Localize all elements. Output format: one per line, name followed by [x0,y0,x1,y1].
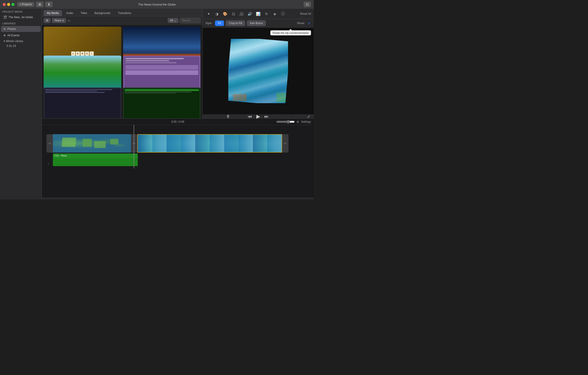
time-separator: / [177,120,178,123]
rotate-tooltip: Rotate the clip counterclockwise [270,30,311,35]
style-check-icon: ✓ [307,21,311,26]
libraries-section-title: LIBRARIES [0,21,42,26]
download-icon-button[interactable]: ⬇ [45,2,52,7]
audio-graph-button[interactable]: 📊 [255,11,261,17]
nav-tabs: My Media Audio Titles Backgrounds Transi… [42,9,202,16]
minimize-button[interactable] [7,3,10,6]
timeline-settings-button[interactable]: Settings [301,120,311,123]
style-label: Style: [205,21,212,25]
preview-video: Rotate the clip counterclockwise [203,28,314,114]
close-button[interactable] [3,3,6,6]
breadcrumb-arrows: › › [68,18,70,23]
audio-clip-label: 3.3s – News [54,154,67,157]
filter-chevron-icon: ⌄ [174,19,176,22]
video-clip-world-map[interactable] [53,134,131,153]
clip1-handle-right[interactable]: ⊳ [131,134,137,153]
timeline-header: 0:05 / 0:06 ⊕ Settings [42,118,314,125]
magic-wand-tool-button[interactable]: ✦ [205,11,212,17]
photos-label: Photos [7,27,16,31]
info-button[interactable]: ⓘ [280,11,286,17]
sidebar: PROJECT MEDIA 🎬 The New...he Globe LIBRA… [0,9,42,199]
music-note-area: ♪ [48,162,49,165]
timeline-tracks[interactable]: ⊲ ⊳ [42,125,314,198]
tab-transitions[interactable]: Transitions [115,10,134,16]
crop-tool-button[interactable]: ⊡ [230,11,237,17]
playback-controls: 🎙 ⏮ ▶ ⏭ ⤢ [203,114,314,118]
timeline-time: 0:05 / 0:06 [171,120,184,123]
zoom-slider[interactable] [276,120,295,124]
titlebar: < Projects ⊞ ⬇ The News Around the Globe… [0,0,314,9]
color-wheel-button[interactable]: 🎨 [222,11,228,17]
sidebar-item-imovie-library[interactable]: ▾ iMovie Library [0,39,42,44]
timeline-scrollbar[interactable] [42,198,314,199]
import-icon-button[interactable]: ⊞ [36,2,43,7]
video-clip-waterfall[interactable] [137,134,282,153]
video-track: ⊲ ⊳ [46,129,309,153]
titlebar-icons: ⊞ ⬇ [36,2,52,7]
timeline-area: 0:05 / 0:06 ⊕ Settings [42,118,314,199]
reset-all-button[interactable]: Reset All [300,12,311,15]
filter-button[interactable]: All ⌄ [168,18,178,23]
video-overlay-button[interactable]: 🎥 [238,11,245,17]
projects-button[interactable]: < Projects [17,2,34,7]
zoom-icon: ⊕ [296,120,299,124]
style-ken-burns-button[interactable]: Ken Burns [247,21,266,26]
media-browser: My Media Audio Titles Backgrounds Transi… [42,9,203,118]
sidebar-item-date[interactable]: 5-31-19 [0,44,42,48]
years-button[interactable]: Years ⇅ [52,18,66,23]
balance-color-button[interactable]: ◑ [214,11,220,17]
preview-panel: ✦ ◑ 🎨 ⊡ 🎥 🔊 📊 ↻ ◈ ⓘ Reset All Style: Fit [203,9,314,118]
style-bar: Style: Fit Crop to Fill Ken Burns Reset … [203,19,314,28]
maximize-button[interactable] [11,3,14,6]
tree-expand-icon: ▾ [4,40,5,43]
style-reset-button[interactable]: Reset [297,21,304,25]
audio-waveform [53,158,138,166]
media-thumb-screenshot-green[interactable] [123,87,201,118]
window-title: The News Around the Globe [138,3,176,6]
style-fit-button[interactable]: Fit [215,21,224,26]
tab-backgrounds[interactable]: Backgrounds [91,10,114,16]
volume-button[interactable]: 🔊 [247,11,253,17]
clip2-handle-right[interactable]: ⊳ [282,134,288,153]
current-time: 0:05 [171,120,177,123]
imovie-library-label: iMovie Library [6,40,23,43]
main-layout: PROJECT MEDIA 🎬 The New...he Globe LIBRA… [0,9,314,199]
timeline-playhead [134,125,134,168]
years-arrow-icon: ⇅ [62,19,64,22]
filter-label: All [170,19,173,22]
sidebar-item-photos[interactable]: ✳ Photos [1,26,41,32]
timeline-inner: ⊲ ⊳ [46,129,309,166]
clip-handle-right-icon: ⊳ [133,142,135,145]
stabilize-button[interactable]: ↻ [263,11,270,17]
media-grid: L E R O I I E R O U [42,25,202,118]
tab-audio[interactable]: Audio [63,10,76,16]
audio-track: 3.3s – News [46,153,309,166]
titlebar-right: ⊡ [304,2,311,7]
sidebar-item-all-events[interactable]: ✛ All Events [1,32,41,38]
fullscreen-button[interactable]: ⤢ [307,114,310,119]
filter-effects-button[interactable]: ◈ [272,11,278,17]
clip1-handle-left[interactable]: ⊲ [46,134,53,153]
years-label: Years [54,19,61,22]
traffic-lights [3,3,14,6]
style-crop-to-fill-button[interactable]: Crop to Fill [226,21,245,26]
search-input[interactable] [180,18,200,23]
tab-my-media[interactable]: My Media [44,10,62,16]
all-events-icon: ✛ [3,33,6,37]
project-media-section-title: PROJECT MEDIA [0,9,42,14]
media-toolbar: ⊞ Years ⇅ › › All ⌄ [42,16,202,25]
media-thumb-screenshot-dark[interactable] [44,87,121,118]
clip-handle-icon: ⊲ [48,142,51,145]
top-split: My Media Audio Titles Backgrounds Transi… [42,9,314,118]
project-name: The New...he Globe [9,16,33,19]
sidebar-item-project[interactable]: 🎬 The New...he Globe [1,14,41,20]
audio-clip[interactable]: 3.3s – News [53,153,138,166]
window-action-button[interactable]: ⊡ [304,2,311,7]
breadcrumb-arrow-2: › [69,18,70,23]
toggle-browser-button[interactable]: ⊞ [44,18,51,23]
music-note-icon: ♪ [48,162,49,165]
total-time: 0:06 [179,120,184,123]
microphone-button[interactable]: 🎙 [226,114,230,119]
tab-titles[interactable]: Titles [77,10,90,16]
content-area: My Media Audio Titles Backgrounds Transi… [42,9,314,199]
